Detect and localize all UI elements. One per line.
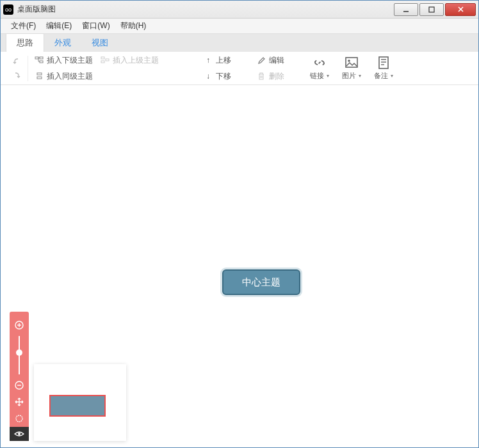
locate-button[interactable] bbox=[13, 412, 26, 425]
link-tool[interactable]: 链接 bbox=[304, 54, 336, 82]
app-window: oo 桌面版脑图 文件(F) 编辑(E) 窗口(W) 帮助(H) 思路 外观 视… bbox=[0, 0, 479, 448]
delete-button[interactable]: 删除 bbox=[254, 70, 287, 83]
tab-appearance[interactable]: 外观 bbox=[44, 34, 81, 52]
app-icon: oo bbox=[3, 4, 13, 15]
link-label: 链接 bbox=[310, 71, 329, 81]
redo-button[interactable] bbox=[10, 70, 24, 81]
arrow-up-icon: ↑ bbox=[204, 56, 213, 65]
edit-section: 编辑 删除 bbox=[250, 54, 291, 83]
svg-rect-6 bbox=[40, 61, 43, 63]
image-label: 图片 bbox=[342, 71, 361, 81]
svg-rect-4 bbox=[35, 57, 38, 59]
menu-window[interactable]: 窗口(W) bbox=[77, 19, 115, 33]
svg-point-13 bbox=[348, 60, 350, 62]
image-tool[interactable]: 图片 bbox=[336, 54, 368, 82]
insert-parent-label: 插入上级主题 bbox=[113, 55, 159, 66]
svg-rect-14 bbox=[379, 57, 388, 68]
move-up-button[interactable]: ↑ 上移 bbox=[201, 54, 234, 67]
trash-icon bbox=[257, 72, 266, 81]
canvas[interactable]: 中心主题 bbox=[1, 85, 478, 447]
svg-rect-12 bbox=[346, 58, 357, 67]
note-label: 备注 bbox=[374, 71, 393, 81]
minimize-button[interactable] bbox=[394, 3, 418, 16]
arrow-down-icon: ↓ bbox=[204, 72, 213, 81]
pan-button[interactable] bbox=[13, 396, 26, 408]
svg-rect-7 bbox=[106, 59, 109, 61]
insert-sibling-button[interactable]: 插入同级主题 bbox=[32, 70, 161, 83]
insert-parent-button[interactable]: 插入上级主题 bbox=[98, 54, 161, 67]
titlebar: oo 桌面版脑图 bbox=[1, 1, 478, 19]
zoom-in-button[interactable] bbox=[13, 319, 26, 332]
move-section: ↑ 上移 ↓ 下移 bbox=[197, 54, 238, 83]
note-icon bbox=[377, 56, 391, 70]
history-section bbox=[6, 56, 28, 81]
tab-view[interactable]: 视图 bbox=[81, 34, 118, 52]
move-up-label: 上移 bbox=[216, 55, 231, 66]
zoom-out-button[interactable] bbox=[13, 379, 26, 392]
undo-button[interactable] bbox=[10, 56, 24, 67]
redo-icon bbox=[12, 71, 21, 80]
insert-section: 插入下级主题 插入上级主题 插入同级主题 bbox=[28, 54, 165, 83]
target-icon bbox=[14, 413, 24, 424]
edit-button[interactable]: 编辑 bbox=[254, 54, 287, 67]
minimap[interactable] bbox=[34, 364, 126, 441]
ribbon: 插入下级主题 插入上级主题 插入同级主题 ↑ 上移 ↓ 下移 bbox=[1, 52, 478, 85]
move-down-button[interactable]: ↓ 下移 bbox=[201, 70, 234, 83]
maximize-icon bbox=[428, 6, 435, 13]
insert-child-button[interactable]: 插入下级主题 bbox=[32, 54, 95, 67]
menu-file[interactable]: 文件(F) bbox=[6, 19, 41, 33]
central-topic-node[interactable]: 中心主题 bbox=[222, 269, 300, 295]
close-icon bbox=[457, 6, 464, 13]
svg-rect-1 bbox=[429, 7, 434, 12]
note-tool[interactable]: 备注 bbox=[368, 54, 400, 82]
tab-thought[interactable]: 思路 bbox=[6, 33, 44, 52]
plus-circle-icon bbox=[14, 320, 24, 330]
eye-icon bbox=[14, 430, 24, 438]
window-controls bbox=[393, 3, 476, 16]
delete-label: 删除 bbox=[269, 71, 284, 82]
menu-help[interactable]: 帮助(H) bbox=[115, 19, 152, 33]
svg-rect-10 bbox=[37, 73, 42, 75]
pencil-icon bbox=[257, 56, 266, 65]
image-icon bbox=[345, 56, 359, 70]
insert-sibling-icon bbox=[35, 72, 44, 81]
svg-point-24 bbox=[18, 433, 20, 435]
minus-circle-icon bbox=[14, 380, 24, 390]
menu-edit[interactable]: 编辑(E) bbox=[41, 19, 77, 33]
close-button[interactable] bbox=[445, 3, 476, 16]
minimize-icon bbox=[403, 6, 409, 13]
svg-rect-5 bbox=[40, 57, 43, 59]
minimap-toggle-button[interactable] bbox=[10, 427, 29, 441]
window-title: 桌面版脑图 bbox=[17, 4, 393, 15]
maximize-button[interactable] bbox=[419, 3, 444, 16]
undo-icon bbox=[12, 57, 21, 66]
zoom-panel bbox=[10, 312, 29, 441]
minimap-viewport[interactable] bbox=[49, 395, 106, 417]
svg-rect-8 bbox=[101, 57, 104, 59]
move-down-label: 下移 bbox=[216, 71, 231, 82]
svg-rect-11 bbox=[37, 77, 42, 79]
menubar: 文件(F) 编辑(E) 窗口(W) 帮助(H) bbox=[1, 19, 478, 34]
svg-point-23 bbox=[16, 415, 22, 422]
zoom-slider[interactable] bbox=[19, 336, 20, 374]
link-icon bbox=[313, 56, 327, 70]
move-icon bbox=[14, 397, 24, 407]
zoom-thumb[interactable] bbox=[16, 349, 22, 356]
edit-label: 编辑 bbox=[269, 55, 284, 66]
insert-child-label: 插入下级主题 bbox=[47, 55, 93, 66]
ribbon-tabs: 思路 外观 视图 bbox=[1, 34, 478, 52]
insert-parent-icon bbox=[101, 56, 110, 65]
insert-child-icon bbox=[35, 56, 44, 65]
svg-rect-9 bbox=[101, 61, 104, 63]
insert-sibling-label: 插入同级主题 bbox=[47, 71, 93, 82]
